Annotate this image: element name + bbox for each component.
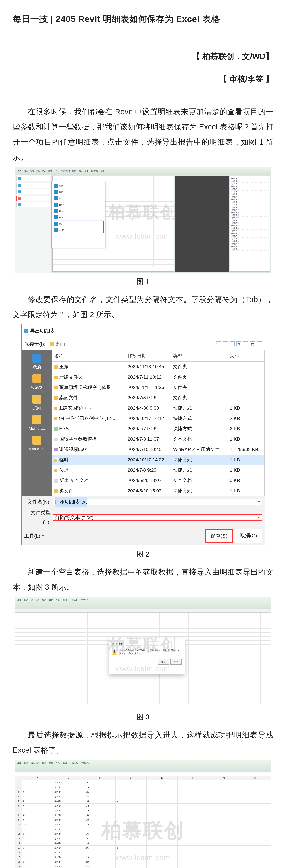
sheet-row[interactable]: 66基本项6142 [15, 804, 271, 808]
sheet-row[interactable]: 11基本项1107 [15, 780, 271, 785]
file-row[interactable]: 预算预埋质检程序（体系）2024/11/11 11:36文件夹 [53, 382, 264, 393]
file-row[interactable]: 桌面文件2024/7/8 9:26文件夹 [53, 393, 264, 403]
ribbon-tab[interactable]: 插入 [24, 598, 28, 602]
ribbon-tab[interactable]: 文件 [18, 169, 22, 173]
ribbon-tab[interactable]: 开发工具 [69, 598, 78, 602]
cancel-button[interactable]: 取消 [170, 659, 182, 665]
file-row[interactable]: 1.建安国贸中心2024/4/30 8:33快捷方式1 KB [53, 403, 264, 413]
ribbon-tab[interactable]: 插入 [24, 761, 28, 765]
ribbon-tab[interactable]: 开始 [17, 761, 22, 765]
menu-item[interactable]: 打印 [53, 214, 104, 221]
file-row[interactable]: 新建 文本文档2024/5/20 18:07文本文档0 KB [53, 475, 264, 486]
sheet-row[interactable]: 1414基本项5198 [15, 841, 271, 846]
sheet-row[interactable]: 1616基本项7212 [15, 850, 271, 855]
col-header[interactable]: F [178, 776, 209, 780]
sheet-row[interactable]: 1212基本项3184 [15, 832, 271, 836]
ribbon-tab[interactable]: 特色功能 [81, 598, 89, 602]
ribbon-tab[interactable]: 分析 [55, 169, 58, 173]
sheet-row[interactable]: 77基本项7149 [15, 808, 271, 813]
col-header[interactable]: H [240, 776, 271, 780]
ribbon-tab[interactable]: 开发工具 [69, 761, 78, 765]
sheet-row[interactable]: 44基本项4128 [15, 794, 271, 799]
sheet-row[interactable]: 88基本项8156 [15, 813, 271, 818]
file-row[interactable]: 国贸共享参数模板2024/7/3 11:37文本文档1 KB [53, 434, 264, 444]
sheet-row[interactable]: 1313基本项4191 [15, 836, 271, 841]
sheet-row[interactable]: 1010基本项1170是 [15, 822, 271, 827]
ribbon-tab[interactable]: 公式 [42, 598, 46, 602]
sheet-row[interactable]: 33基本项3121 [15, 789, 271, 794]
sheet-row[interactable]: 55基本项5135是 [15, 799, 271, 804]
ribbon-tab[interactable]: 视图 [63, 761, 67, 765]
file-row[interactable]: 94 中兴通讯科创中心 (17...2024/10/17 14:12快捷方式2 … [53, 413, 264, 424]
ribbon-tab[interactable]: 数据 [49, 761, 53, 765]
ribbon-tab[interactable]: 视图 [78, 169, 82, 173]
ribbon-tab[interactable]: 系统 [36, 169, 40, 173]
menu-item[interactable]: 打开 [53, 189, 104, 195]
ribbon-tab[interactable]: 结构 [30, 169, 34, 173]
file-row[interactable]: 临时2024/10/17 14:02快捷方式1 KB [53, 455, 264, 465]
file-row[interactable]: 讲课视频06012024/7/15 10:45WinRAR ZIP 压缩文件1,… [53, 444, 264, 455]
menu-item[interactable]: 新建 [53, 183, 104, 189]
ribbon-tab[interactable]: 特色功能 [81, 761, 89, 765]
column-header[interactable]: 名称 [53, 350, 126, 362]
ribbon-tab[interactable]: 修改 [100, 169, 104, 173]
filename-input[interactable]: 门框明细表.txt [53, 498, 262, 505]
col-header[interactable]: D [115, 776, 146, 780]
ribbon-tab[interactable]: 体量和场地 [61, 169, 70, 173]
save-button[interactable]: 保存(S) [205, 529, 232, 543]
ribbon-tab[interactable]: 数据 [49, 598, 53, 602]
sheet-row[interactable]: 1111基本项2177 [15, 827, 271, 832]
col-header[interactable]: G [209, 776, 240, 780]
filetype-dropdown[interactable]: 分隔符文本 (*.txt) [53, 514, 262, 521]
ribbon-tab[interactable]: 插入 [42, 169, 46, 173]
place-收藏夹[interactable]: 收藏夹 [22, 373, 52, 393]
col-header[interactable]: C [84, 776, 115, 780]
file-row[interactable]: 吴迟2024/7/8 9:28快捷方式1 KB [53, 465, 264, 475]
column-header[interactable]: 修改日期 [126, 350, 171, 362]
cancel-button[interactable]: 取消(C) [235, 529, 262, 543]
ribbon-tab[interactable]: 页面布局 [31, 598, 39, 602]
ribbon-tab[interactable]: 公式 [42, 761, 46, 765]
nav-button[interactable]: ⟶ [223, 341, 228, 346]
fig1-file-highlight[interactable] [17, 195, 50, 201]
menu-item[interactable]: 明细表 [53, 227, 104, 233]
ribbon-tab[interactable]: 开始 [17, 598, 22, 602]
ribbon-tab[interactable]: 页面布局 [31, 761, 39, 765]
ribbon-tab[interactable]: 管理 [85, 169, 88, 173]
place-桌面[interactable]: 桌面 [22, 393, 52, 413]
sheet-row[interactable]: 99基本项0163 [15, 817, 271, 822]
ribbon-tab[interactable]: 建筑 [24, 169, 28, 173]
column-header[interactable]: 大小 [228, 350, 264, 362]
place-我的[interactable]: 我的 [22, 352, 52, 372]
place-Metric L..[interactable]: Metric L.. [22, 414, 52, 434]
ribbon-tab[interactable]: 附加模块 [91, 169, 98, 173]
ribbon-tab[interactable]: 注释 [49, 169, 52, 173]
nav-button[interactable]: ☰ [243, 341, 248, 346]
sheet-row[interactable]: 22基本项2114 [15, 785, 271, 789]
menu-item[interactable]: 导出 [53, 208, 104, 214]
ribbon-tab[interactable]: 视图 [63, 598, 67, 602]
save-in-dropdown[interactable]: 桌面 [48, 341, 213, 347]
ribbon-tab[interactable]: 协作 [72, 169, 76, 173]
nav-button[interactable]: ▦ [250, 341, 255, 346]
file-row[interactable]: HYS2024/4/7 9:26快捷方式2 KB [53, 424, 264, 434]
ok-button[interactable]: 确定 [158, 659, 169, 665]
ribbon-tab[interactable]: 审阅 [56, 761, 60, 765]
sheet-row[interactable]: 1818基本项0226 [15, 860, 271, 864]
file-row[interactable]: 新建文件夹2024/7/11 10:12文件夹 [53, 372, 264, 382]
nav-button[interactable]: ⟵ [216, 341, 221, 346]
ribbon-tab[interactable]: 审阅 [56, 598, 60, 602]
menu-item[interactable]: 报告 [53, 221, 104, 227]
place-Metric D..[interactable]: Metric D.. [22, 434, 52, 454]
column-header[interactable]: 类型 [171, 350, 228, 362]
sheet-row[interactable]: 1919基本项1233 [15, 864, 271, 868]
col-header[interactable]: E [147, 776, 178, 780]
nav-button[interactable]: ✕ [236, 341, 242, 346]
col-header[interactable]: B [53, 776, 84, 780]
nav-button[interactable]: ? [257, 341, 262, 346]
nav-button[interactable]: ↑ [230, 341, 235, 346]
menu-item[interactable]: 保存 [53, 195, 104, 202]
sheet-row[interactable]: 1515基本项6205是 [15, 846, 271, 850]
sheet-row[interactable]: 1717基本项8219 [15, 855, 271, 860]
file-row[interactable]: 类文件2024/5/20 15:03快捷方式1 KB [53, 486, 264, 496]
